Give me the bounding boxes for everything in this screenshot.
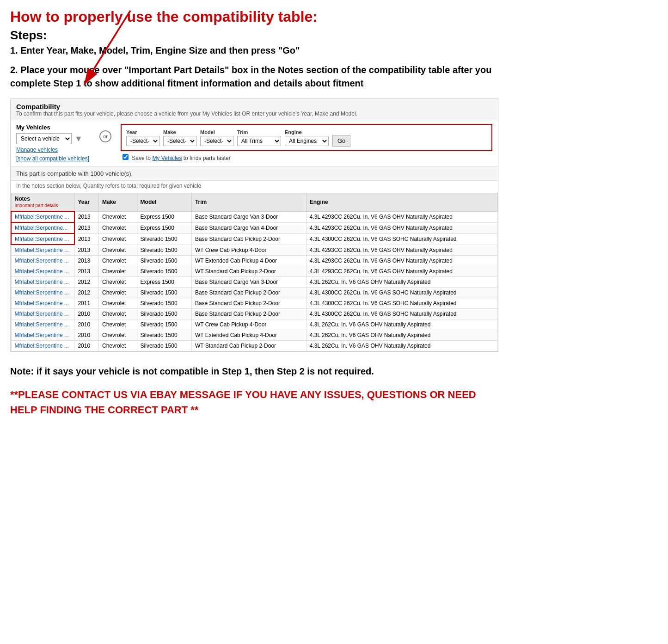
engine-header: Engine [306, 193, 497, 212]
table-row: Mfrlabel:Serpentine ... 2013 Chevrolet S… [11, 266, 498, 277]
quantity-note: In the notes section below, Quantity ref… [11, 181, 498, 193]
compat-header: Compatibility To confirm that this part … [11, 99, 498, 119]
model-select[interactable]: -Select- [200, 136, 233, 146]
trim-cell: WT Standard Cab Pickup 2-Door [191, 266, 306, 277]
trim-cell: Base Standard Cargo Van 3-Door [191, 211, 306, 222]
or-divider: or [99, 130, 111, 142]
trim-cell: Base Standard Cab Pickup 2-Door [191, 288, 306, 298]
my-vehicles-link[interactable]: My Vehicles [152, 155, 182, 161]
save-checkbox[interactable] [123, 154, 129, 160]
make-label: Make [163, 129, 196, 135]
table-row: Mfrlabel:Serpentine ... 2013 Chevrolet E… [11, 211, 498, 222]
engine-select[interactable]: All Engines [285, 136, 329, 146]
notes-cell: Mfrlabel:Serpentine ... [11, 245, 74, 256]
table-container: Notes Important part details Year Make M… [11, 193, 498, 351]
make-cell: Chevrolet [98, 245, 137, 256]
manage-vehicles-link[interactable]: Manage vehicles [16, 147, 90, 153]
notes-cell: Mfrlabel:Serpentine ... [11, 330, 74, 341]
table-header-row: Notes Important part details Year Make M… [11, 193, 498, 212]
compat-subtitle: To confirm that this part fits your vehi… [16, 110, 492, 117]
model-cell: Silverado 1500 [137, 288, 191, 298]
dropdown-arrow-icon: ▼ [74, 134, 83, 144]
my-vehicles-label: My Vehicles [16, 124, 90, 131]
engine-cell: 4.3L 4293CC 262Cu. In. V6 GAS OHV Natura… [306, 256, 497, 266]
engine-cell: 4.3L 4300CC 262Cu. In. V6 GAS SOHC Natur… [306, 309, 497, 319]
make-select[interactable]: -Select- [163, 136, 196, 146]
trim-select[interactable]: All Trims [237, 136, 281, 146]
make-cell: Chevrolet [98, 211, 137, 222]
make-cell: Chevrolet [98, 330, 137, 341]
compatibility-box: Compatibility To confirm that this part … [10, 98, 498, 352]
engine-cell: 4.3L 4293CC 262Cu. In. V6 GAS OHV Natura… [306, 211, 497, 222]
model-cell: Silverado 1500 [137, 319, 191, 330]
table-row: Mfrlabel:Serpentine ... 2012 Chevrolet E… [11, 277, 498, 288]
model-cell: Silverado 1500 [137, 341, 191, 351]
make-cell: Chevrolet [98, 233, 137, 245]
year-select[interactable]: -Select- [126, 136, 159, 146]
model-label: Model [200, 129, 233, 135]
main-title: How to properly use the compatibility ta… [10, 8, 498, 25]
steps-heading: Steps: [10, 28, 498, 43]
trim-cell: Base Standard Cab Pickup 2-Door [191, 298, 306, 309]
notes-cell: Mfrlabel:Serpentine ... [11, 288, 74, 298]
step1-text: 1. Enter Year, Make, Model, Trim, Engine… [10, 45, 498, 56]
make-cell: Chevrolet [98, 256, 137, 266]
step2-text: 2. Place your mouse over "Important Part… [10, 63, 498, 90]
trim-cell: Base Standard Cargo Van 4-Door [191, 222, 306, 233]
notes-cell: Mfrlabel:Serpentine... [11, 222, 74, 233]
table-row: Mfrlabel:Serpentine ... 2013 Chevrolet S… [11, 233, 498, 245]
year-cell: 2013 [74, 211, 99, 222]
trim-cell: Base Standard Cab Pickup 2-Door [191, 233, 306, 245]
make-cell: Chevrolet [98, 341, 137, 351]
year-cell: 2013 [74, 245, 99, 256]
model-cell: Express 1500 [137, 211, 191, 222]
notes-cell: Mfrlabel:Serpentine ... [11, 211, 74, 222]
go-button[interactable]: Go [332, 135, 350, 147]
year-cell: 2012 [74, 277, 99, 288]
year-cell: 2013 [74, 233, 99, 245]
table-row: Mfrlabel:Serpentine ... 2011 Chevrolet S… [11, 298, 498, 309]
trim-field: Trim All Trims [237, 129, 281, 146]
model-cell: Silverado 1500 [137, 245, 191, 256]
compat-title: Compatibility [16, 103, 492, 110]
year-cell: 2010 [74, 319, 99, 330]
contact-text: **PLEASE CONTACT US VIA EBAY MESSAGE IF … [10, 387, 498, 417]
engine-cell: 4.3L 262Cu. In. V6 GAS OHV Naturally Asp… [306, 341, 497, 351]
ymm-section: Year -Select- Make -Select- Model [121, 124, 492, 161]
trim-cell: WT Extended Cab Pickup 4-Door [191, 330, 306, 341]
make-cell: Chevrolet [98, 319, 137, 330]
notes-cell: Mfrlabel:Serpentine ... [11, 341, 74, 351]
table-row: Mfrlabel:Serpentine... 2013 Chevrolet Ex… [11, 222, 498, 233]
model-cell: Silverado 1500 [137, 266, 191, 277]
engine-cell: 4.3L 4293CC 262Cu. In. V6 GAS OHV Natura… [306, 245, 497, 256]
year-cell: 2010 [74, 309, 99, 319]
year-cell: 2011 [74, 298, 99, 309]
engine-cell: 4.3L 4300CC 262Cu. In. V6 GAS SOHC Natur… [306, 233, 497, 245]
model-field: Model -Select- [200, 129, 233, 146]
year-field: Year -Select- [126, 129, 159, 146]
model-header: Model [137, 193, 191, 212]
notes-cell: Mfrlabel:Serpentine ... [11, 319, 74, 330]
notes-cell: Mfrlabel:Serpentine ... [11, 256, 74, 266]
year-cell: 2012 [74, 288, 99, 298]
engine-cell: 4.3L 262Cu. In. V6 GAS OHV Naturally Asp… [306, 277, 497, 288]
note-text: Note: if it says your vehicle is not com… [10, 365, 498, 378]
engine-cell: 4.3L 262Cu. In. V6 GAS OHV Naturally Asp… [306, 319, 497, 330]
ymm-row: Year -Select- Make -Select- Model [121, 124, 492, 151]
table-row: Mfrlabel:Serpentine ... 2010 Chevrolet S… [11, 341, 498, 351]
model-cell: Express 1500 [137, 222, 191, 233]
engine-label: Engine [285, 129, 329, 135]
my-vehicles-section: My Vehicles Select a vehicle ▼ Manage ve… [16, 124, 90, 162]
trim-cell: WT Extended Cab Pickup 4-Door [191, 256, 306, 266]
table-row: Mfrlabel:Serpentine ... 2010 Chevrolet S… [11, 330, 498, 341]
year-cell: 2013 [74, 256, 99, 266]
vehicle-select-dropdown[interactable]: Select a vehicle [16, 133, 72, 144]
compatible-count-bar: This part is compatible with 1000 vehicl… [11, 166, 498, 181]
table-row: Mfrlabel:Serpentine ... 2012 Chevrolet S… [11, 288, 498, 298]
notes-cell: Mfrlabel:Serpentine ... [11, 298, 74, 309]
compatibility-table: Notes Important part details Year Make M… [11, 193, 498, 351]
notes-cell: Mfrlabel:Serpentine ... [11, 233, 74, 245]
notes-header: Notes Important part details [11, 193, 74, 212]
show-all-link[interactable]: [show all compatible vehicles] [16, 155, 90, 162]
engine-cell: 4.3L 262Cu. In. V6 GAS OHV Naturally Asp… [306, 330, 497, 341]
